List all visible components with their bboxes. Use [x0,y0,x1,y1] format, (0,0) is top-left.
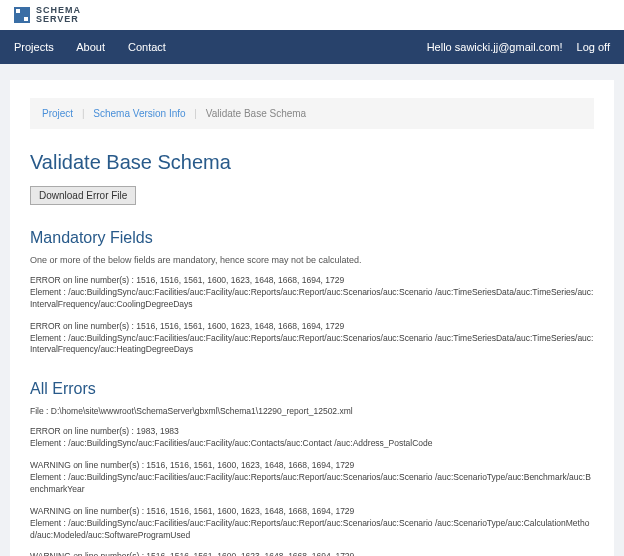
error-item: WARNING on line number(s) : 1516, 1516, … [30,506,594,542]
page-wrap: Project | Schema Version Info | Validate… [0,64,624,556]
error-element: Element : /auc:BuildingSync/auc:Faciliti… [30,287,594,311]
content-card: Project | Schema Version Info | Validate… [10,80,614,556]
error-item: WARNING on line number(s) : 1516, 1516, … [30,460,594,496]
mandatory-error: ERROR on line number(s) : 1516, 1516, 15… [30,321,594,357]
logo-bar: SCHEMA SERVER [0,0,624,30]
error-element: Element : /auc:BuildingSync/auc:Faciliti… [30,333,594,357]
nav-left: Projects About Contact [14,41,186,53]
nav-about[interactable]: About [76,41,105,53]
logo-icon [14,7,30,23]
main-nav: Projects About Contact Hello sawicki.jj@… [0,30,624,64]
error-element: Element : /auc:BuildingSync/auc:Faciliti… [30,438,594,450]
error-item: WARNING on line number(s) : 1516, 1516, … [30,551,594,556]
breadcrumb: Project | Schema Version Info | Validate… [30,98,594,129]
error-line: WARNING on line number(s) : 1516, 1516, … [30,460,594,472]
breadcrumb-current: Validate Base Schema [206,108,306,119]
mandatory-heading: Mandatory Fields [30,229,594,247]
all-errors-file: File : D:\home\site\wwwroot\SchemaServer… [30,406,594,416]
nav-right: Hello sawicki.jj@gmail.com! Log off [413,41,610,53]
error-line: ERROR on line number(s) : 1516, 1516, 15… [30,275,594,287]
page-title: Validate Base Schema [30,151,594,174]
error-line: ERROR on line number(s) : 1983, 1983 [30,426,594,438]
error-element: Element : /auc:BuildingSync/auc:Faciliti… [30,472,594,496]
breadcrumb-project[interactable]: Project [42,108,73,119]
mandatory-error: ERROR on line number(s) : 1516, 1516, 15… [30,275,594,311]
error-line: WARNING on line number(s) : 1516, 1516, … [30,506,594,518]
mandatory-note: One or more of the below fields are mand… [30,255,594,265]
nav-projects[interactable]: Projects [14,41,54,53]
nav-greeting: Hello sawicki.jj@gmail.com! [427,41,563,53]
breadcrumb-version[interactable]: Schema Version Info [93,108,185,119]
all-errors-heading: All Errors [30,380,594,398]
nav-logoff[interactable]: Log off [577,41,610,53]
error-element: Element : /auc:BuildingSync/auc:Faciliti… [30,518,594,542]
error-line: ERROR on line number(s) : 1516, 1516, 15… [30,321,594,333]
nav-contact[interactable]: Contact [128,41,166,53]
error-item: ERROR on line number(s) : 1983, 1983 Ele… [30,426,594,450]
download-error-file-button[interactable]: Download Error File [30,186,136,205]
logo-text: SCHEMA SERVER [36,6,81,24]
error-line: WARNING on line number(s) : 1516, 1516, … [30,551,594,556]
